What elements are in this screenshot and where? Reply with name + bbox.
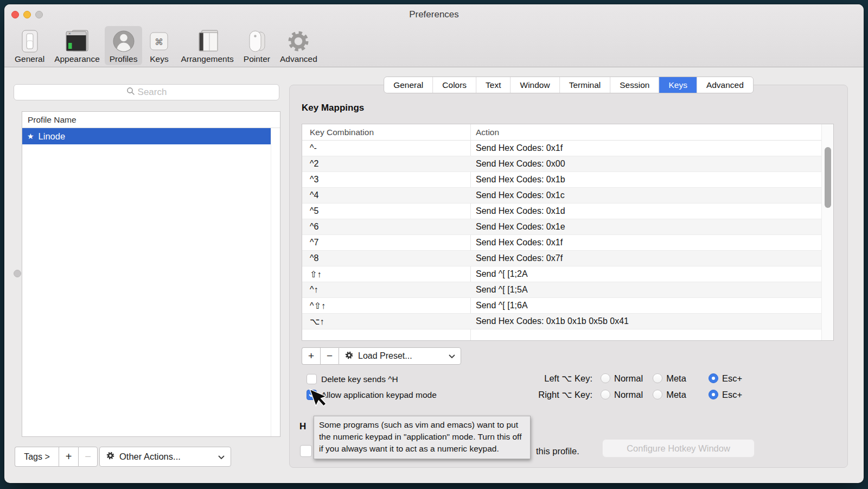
cell-key-combination: ^⇧↑: [302, 298, 470, 313]
configure-hotkey-window-button[interactable]: Configure Hotkey Window: [602, 439, 755, 458]
cell-key-combination: ⌥↑: [302, 314, 470, 329]
tab-general[interactable]: General: [384, 77, 432, 93]
cell-action: Send Hex Codes: 0x1f: [470, 235, 821, 250]
toolbar-item-advanced[interactable]: Advanced: [275, 26, 322, 65]
hotkey-profile-text: this profile.: [536, 446, 579, 456]
radio-button[interactable]: [601, 390, 610, 399]
scrollbar-thumb[interactable]: [825, 147, 831, 208]
toolbar-item-label: Profiles: [110, 54, 138, 63]
search-input[interactable]: Search: [14, 84, 279, 100]
splitter-handle-dot[interactable]: [14, 270, 21, 277]
delete-key-checkbox[interactable]: [307, 374, 317, 384]
profile-list-header[interactable]: Profile Name: [22, 112, 280, 128]
option-key-radio-groups: Left ⌥ Key:NormalMetaEsc+Right ⌥ Key:Nor…: [470, 372, 742, 404]
tab-advanced[interactable]: Advanced: [697, 77, 753, 93]
toolbar-item-profiles[interactable]: Profiles: [105, 26, 143, 65]
table-row[interactable]: ⌥↑Send Hex Codes: 0x1b 0x1b 0x5b 0x41: [302, 314, 821, 329]
profile-list-buttons: Tags > + −: [15, 447, 98, 467]
radio-button[interactable]: [601, 373, 610, 383]
titlebar[interactable]: Preferences: [4, 4, 864, 25]
cell-action: Send ^[ [1;6A: [470, 298, 821, 313]
tab-text[interactable]: Text: [476, 77, 510, 93]
cell-action: Send Hex Codes: 0x1c: [470, 188, 821, 203]
radio-choice-label: Normal: [614, 373, 643, 384]
left-option-choice-normal[interactable]: Normal: [601, 373, 643, 384]
profile-list: Profile Name ★ Linode: [22, 111, 280, 437]
col-key-combination[interactable]: Key Combination: [310, 128, 374, 137]
load-preset-dropdown[interactable]: Load Preset...: [339, 347, 461, 365]
delete-key-checkbox-row: Delete key sends ^H: [307, 374, 398, 384]
cell-action: Send Hex Codes: 0x1b 0x1b 0x5b 0x41: [470, 314, 821, 329]
hotkey-heading-partial: H: [299, 421, 306, 432]
other-actions-dropdown[interactable]: Other Actions...: [99, 447, 231, 467]
table-row[interactable]: ^-Send Hex Codes: 0x1f: [302, 141, 821, 156]
svg-text:⌘: ⌘: [155, 37, 163, 47]
right-option-choice-normal[interactable]: Normal: [601, 390, 643, 400]
cell-action: Send Hex Codes: 0x00: [470, 156, 821, 172]
radio-button[interactable]: [653, 373, 662, 383]
right-option-choice-esc-[interactable]: Esc+: [709, 390, 742, 400]
radio-choice-label: Esc+: [722, 390, 742, 400]
key-mappings-footer: + − Load Preset...: [302, 347, 461, 365]
table-row[interactable]: ^7Send Hex Codes: 0x1f: [302, 235, 821, 251]
cell-action: Send Hex Codes: 0x1b: [470, 172, 821, 187]
mouse-cursor: [302, 386, 326, 422]
tab-session[interactable]: Session: [610, 77, 659, 93]
key-mappings-table: Key Combination Action ^-Send Hex Codes:…: [302, 124, 834, 341]
cell-key-combination: ^8: [302, 251, 470, 266]
remove-mapping-button[interactable]: −: [320, 347, 339, 365]
tags-button[interactable]: Tags >: [15, 447, 59, 467]
keypad-mode-tooltip: Some programs (such as vim and emacs) wa…: [314, 416, 531, 459]
left-option-choice-meta[interactable]: Meta: [653, 373, 686, 384]
cell-action: Send Hex Codes: 0x7f: [470, 251, 821, 266]
preferences-window: Preferences General×AppearanceProfiles⌘K…: [4, 4, 864, 483]
add-profile-button[interactable]: +: [59, 447, 78, 467]
cell-key-combination: ^2: [302, 156, 470, 172]
toolbar-item-label: Pointer: [244, 54, 270, 63]
cell-key-combination: ^↑: [302, 282, 470, 297]
tab-terminal[interactable]: Terminal: [559, 77, 610, 93]
toolbar-item-keys[interactable]: ⌘Keys: [142, 26, 176, 65]
tab-keys[interactable]: Keys: [659, 77, 696, 93]
left-option-choice-esc-[interactable]: Esc+: [709, 373, 742, 384]
table-scrollbar[interactable]: [821, 124, 833, 340]
add-mapping-button[interactable]: +: [302, 347, 320, 365]
table-row[interactable]: ^8Send Hex Codes: 0x7f: [302, 251, 821, 266]
tab-colors[interactable]: Colors: [432, 77, 476, 93]
command-key-icon: ⌘: [147, 29, 171, 54]
cell-key-combination: ^-: [302, 141, 470, 156]
key-mappings-heading: Key Mappings: [302, 103, 364, 113]
action-gear-icon: [344, 351, 354, 362]
toolbar-item-general[interactable]: General: [10, 26, 49, 65]
tab-window[interactable]: Window: [510, 77, 559, 93]
table-row[interactable]: ^2Send Hex Codes: 0x00: [302, 156, 821, 172]
toolbar-item-appearance[interactable]: ×Appearance: [49, 26, 105, 65]
radio-button[interactable]: [653, 390, 662, 399]
toolbar-item-arrangements[interactable]: Arrangements: [176, 26, 238, 65]
table-row[interactable]: ^3Send Hex Codes: 0x1b: [302, 172, 821, 188]
right-option-radio-row: Right ⌥ Key:NormalMetaEsc+: [470, 388, 742, 401]
delete-key-label: Delete key sends ^H: [321, 374, 398, 384]
table-row[interactable]: ^5Send Hex Codes: 0x1d: [302, 204, 821, 219]
right-option-choice-meta[interactable]: Meta: [653, 390, 686, 400]
toolbar-item-label: Advanced: [280, 54, 317, 63]
table-row[interactable]: ^↑Send ^[ [1;5A: [302, 282, 821, 298]
cell-key-combination: ⇧↑: [302, 266, 470, 282]
list-column-divider: [271, 112, 271, 436]
remove-profile-button[interactable]: −: [78, 447, 98, 467]
radio-button[interactable]: [709, 390, 718, 399]
table-row[interactable]: ^4Send Hex Codes: 0x1c: [302, 188, 821, 204]
toolbar-item-label: Arrangements: [181, 54, 233, 63]
table-row[interactable]: ⇧↑Send ^[ [1;2A: [302, 266, 821, 282]
profile-person-icon: [112, 29, 136, 54]
table-row[interactable]: ^6Send Hex Codes: 0x1e: [302, 219, 821, 235]
radio-button[interactable]: [709, 373, 718, 383]
gear-icon: [286, 29, 311, 54]
toolbar-item-pointer[interactable]: Pointer: [239, 26, 275, 65]
profile-row-linode[interactable]: ★ Linode: [22, 128, 271, 144]
table-row[interactable]: ^⇧↑Send ^[ [1;6A: [302, 298, 821, 314]
hotkey-checkbox[interactable]: [300, 445, 312, 457]
other-actions-label: Other Actions...: [119, 452, 181, 462]
col-action[interactable]: Action: [476, 128, 499, 137]
radio-choice-label: Normal: [614, 390, 643, 400]
